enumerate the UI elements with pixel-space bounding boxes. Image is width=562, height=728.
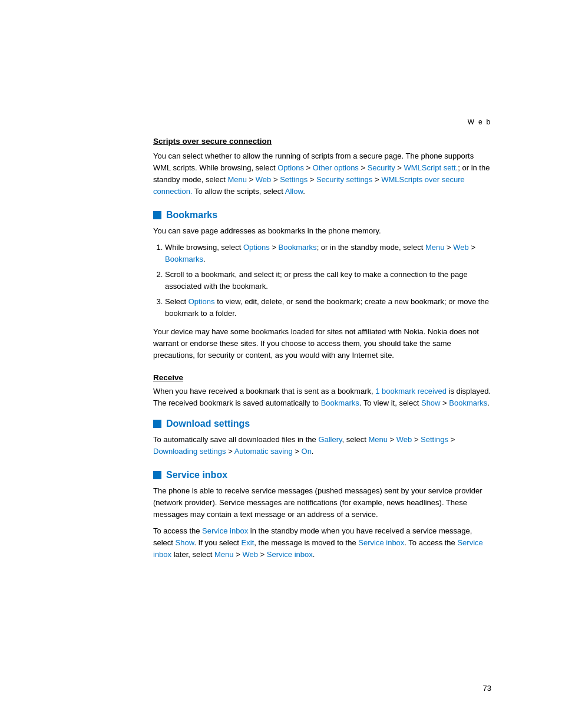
- dl-link-menu[interactable]: Menu: [368, 435, 388, 444]
- receive-link-bookmarks[interactable]: Bookmarks: [321, 398, 359, 407]
- scripts-link-web[interactable]: Web: [256, 175, 272, 184]
- receive-link-show[interactable]: Show: [421, 398, 441, 407]
- si-link-inbox4[interactable]: Service inbox: [267, 550, 313, 559]
- bookmarks-list: While browsing, select Options > Bookmar…: [165, 242, 491, 320]
- scripts-link-allow[interactable]: Allow: [285, 187, 303, 196]
- download-body: To automatically save all downloaded fil…: [153, 434, 491, 457]
- bm-link-bookmarks2[interactable]: Bookmarks: [165, 255, 203, 263]
- page: W e b Scripts over secure connection You…: [0, 0, 562, 728]
- scripts-link-options[interactable]: Options: [277, 163, 304, 172]
- scripts-section: Scripts over secure connection You can s…: [153, 137, 491, 198]
- bm-link-bookmarks1[interactable]: Bookmarks: [279, 243, 317, 252]
- scripts-link-security-settings[interactable]: Security settings: [316, 175, 372, 184]
- service-inbox-title: Service inbox: [166, 470, 227, 480]
- download-title-container: Download settings: [153, 419, 491, 429]
- web-label: W e b: [153, 118, 491, 126]
- bookmarks-icon: [153, 211, 161, 219]
- receive-link-bookmarks2[interactable]: Bookmarks: [449, 398, 487, 407]
- list-item: Select Options to view, edit, delete, or…: [165, 296, 491, 319]
- download-section: Download settings To automatically save …: [153, 419, 491, 457]
- list-item: Scroll to a bookmark, and select it; or …: [165, 269, 491, 292]
- bm-link-options[interactable]: Options: [243, 243, 270, 252]
- dl-link-gallery[interactable]: Gallery: [318, 435, 342, 444]
- service-inbox-section: Service inbox The phone is able to recei…: [153, 470, 491, 561]
- list-item: While browsing, select Options > Bookmar…: [165, 242, 491, 265]
- si-link-inbox2[interactable]: Service inbox: [358, 538, 404, 547]
- scripts-link-other-options[interactable]: Other options: [313, 163, 359, 172]
- page-number: 73: [483, 684, 491, 693]
- service-inbox-icon: [153, 471, 161, 479]
- service-inbox-title-container: Service inbox: [153, 470, 491, 480]
- service-inbox-body1: The phone is able to receive service mes…: [153, 485, 491, 521]
- si-link-exit[interactable]: Exit: [242, 538, 254, 547]
- bookmarks-intro: You can save page addresses as bookmarks…: [153, 225, 491, 237]
- scripts-title: Scripts over secure connection: [153, 137, 491, 146]
- si-link-menu[interactable]: Menu: [214, 550, 234, 559]
- si-link-inbox1[interactable]: Service inbox: [202, 526, 248, 535]
- bm-link-menu[interactable]: Menu: [425, 243, 445, 252]
- download-title: Download settings: [166, 419, 250, 429]
- receive-link-1bookmark[interactable]: 1 bookmark received: [375, 387, 447, 396]
- receive-section: Receive When you have received a bookmar…: [153, 373, 491, 409]
- bookmarks-title-container: Bookmarks: [153, 210, 491, 220]
- receive-title: Receive: [153, 373, 491, 382]
- receive-body: When you have received a bookmark that i…: [153, 386, 491, 409]
- scripts-body: You can select whether to allow the runn…: [153, 150, 491, 198]
- dl-link-downloading[interactable]: Downloading settings: [153, 447, 226, 456]
- scripts-link-security[interactable]: Security: [368, 163, 395, 172]
- si-link-web[interactable]: Web: [242, 550, 258, 559]
- scripts-link-settings[interactable]: Settings: [280, 175, 308, 184]
- dl-link-settings[interactable]: Settings: [421, 435, 448, 444]
- si-link-show[interactable]: Show: [176, 538, 194, 547]
- si-link-inbox3[interactable]: Service inbox: [153, 538, 483, 559]
- bm-link-web[interactable]: Web: [453, 243, 469, 252]
- bookmarks-section: Bookmarks You can save page addresses as…: [153, 210, 491, 361]
- content-area: W e b Scripts over secure connection You…: [0, 0, 562, 620]
- dl-link-autosaving[interactable]: Automatic saving: [234, 447, 293, 456]
- bookmarks-title: Bookmarks: [166, 210, 217, 220]
- bm-link-options2[interactable]: Options: [189, 297, 215, 306]
- service-inbox-body2: To access the Service inbox in the stand…: [153, 525, 491, 561]
- dl-link-web[interactable]: Web: [396, 435, 412, 444]
- scripts-link-menu[interactable]: Menu: [227, 175, 247, 184]
- scripts-link-wmlscript[interactable]: WMLScript sett.: [404, 163, 458, 172]
- download-icon: [153, 420, 161, 428]
- scripts-link-wml-secure[interactable]: WMLScripts over secure connection.: [153, 175, 465, 196]
- dl-link-on[interactable]: On: [302, 447, 312, 456]
- bookmarks-disclaimer: Your device may have some bookmarks load…: [153, 326, 491, 361]
